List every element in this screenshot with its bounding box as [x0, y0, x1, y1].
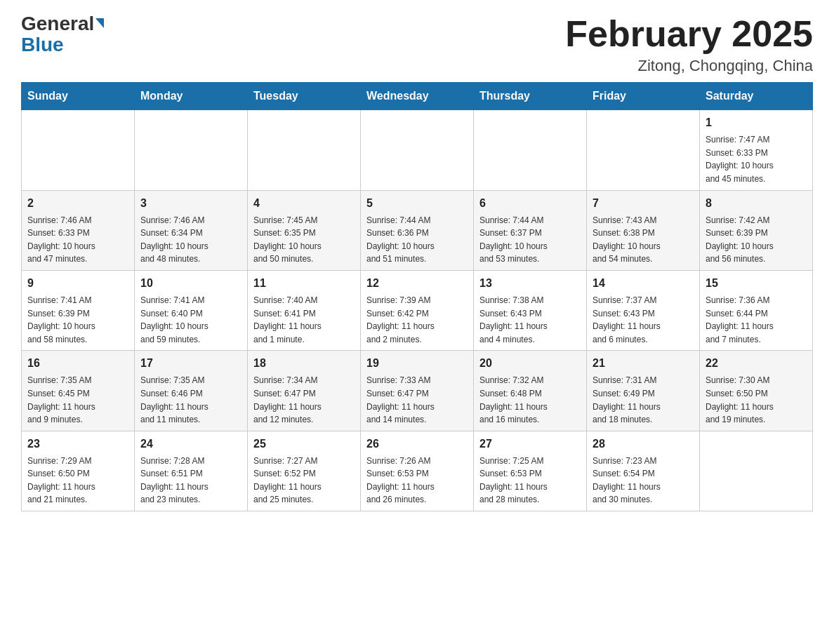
day-number: 17 [140, 355, 241, 372]
day-number: 16 [27, 355, 128, 372]
day-info: Sunrise: 7:38 AMSunset: 6:43 PMDaylight:… [479, 294, 581, 346]
day-info: Sunrise: 7:45 AMSunset: 6:35 PMDaylight:… [253, 214, 355, 266]
day-number: 10 [140, 275, 241, 292]
day-info: Sunrise: 7:42 AMSunset: 6:39 PMDaylight:… [706, 214, 807, 266]
table-row: 28Sunrise: 7:23 AMSunset: 6:54 PMDayligh… [587, 431, 700, 511]
table-row: 1Sunrise: 7:47 AMSunset: 6:33 PMDaylight… [700, 110, 813, 190]
day-number: 22 [706, 355, 807, 372]
calendar-title: February 2025 [565, 14, 813, 54]
day-info: Sunrise: 7:35 AMSunset: 6:45 PMDaylight:… [27, 374, 128, 426]
logo-arrow-icon [95, 18, 104, 28]
table-row [135, 110, 248, 190]
table-row: 17Sunrise: 7:35 AMSunset: 6:46 PMDayligh… [135, 351, 248, 431]
day-number: 8 [706, 195, 807, 212]
day-number: 14 [593, 275, 694, 292]
day-info: Sunrise: 7:36 AMSunset: 6:44 PMDaylight:… [706, 294, 807, 346]
table-row: 24Sunrise: 7:28 AMSunset: 6:51 PMDayligh… [135, 431, 248, 511]
day-info: Sunrise: 7:46 AMSunset: 6:33 PMDaylight:… [27, 214, 128, 266]
header-wednesday: Wednesday [361, 83, 474, 110]
page-header: General Blue February 2025 Zitong, Chong… [21, 14, 813, 75]
day-number: 7 [593, 195, 694, 212]
table-row: 11Sunrise: 7:40 AMSunset: 6:41 PMDayligh… [248, 270, 361, 350]
table-row [22, 110, 135, 190]
day-info: Sunrise: 7:40 AMSunset: 6:41 PMDaylight:… [253, 294, 355, 346]
table-row: 5Sunrise: 7:44 AMSunset: 6:36 PMDaylight… [361, 190, 474, 270]
header-tuesday: Tuesday [248, 83, 361, 110]
header-thursday: Thursday [474, 83, 587, 110]
table-row [474, 110, 587, 190]
day-info: Sunrise: 7:44 AMSunset: 6:36 PMDaylight:… [366, 214, 468, 266]
day-number: 6 [479, 195, 581, 212]
day-info: Sunrise: 7:27 AMSunset: 6:52 PMDaylight:… [253, 455, 355, 507]
day-number: 27 [479, 436, 581, 452]
calendar-subtitle: Zitong, Chongqing, China [565, 57, 813, 75]
day-number: 25 [253, 436, 355, 452]
table-row: 22Sunrise: 7:30 AMSunset: 6:50 PMDayligh… [700, 351, 813, 431]
table-row: 18Sunrise: 7:34 AMSunset: 6:47 PMDayligh… [248, 351, 361, 431]
calendar-week-row: 23Sunrise: 7:29 AMSunset: 6:50 PMDayligh… [22, 431, 813, 511]
table-row: 10Sunrise: 7:41 AMSunset: 6:40 PMDayligh… [135, 270, 248, 350]
header-friday: Friday [587, 83, 700, 110]
table-row: 14Sunrise: 7:37 AMSunset: 6:43 PMDayligh… [587, 270, 700, 350]
day-info: Sunrise: 7:30 AMSunset: 6:50 PMDaylight:… [706, 374, 807, 426]
calendar-week-row: 2Sunrise: 7:46 AMSunset: 6:33 PMDaylight… [22, 190, 813, 270]
day-number: 21 [593, 355, 694, 372]
calendar-header-row: Sunday Monday Tuesday Wednesday Thursday… [22, 83, 813, 110]
day-info: Sunrise: 7:25 AMSunset: 6:53 PMDaylight:… [479, 455, 581, 507]
logo: General Blue [21, 14, 104, 55]
table-row: 12Sunrise: 7:39 AMSunset: 6:42 PMDayligh… [361, 270, 474, 350]
day-info: Sunrise: 7:44 AMSunset: 6:37 PMDaylight:… [479, 214, 581, 266]
day-number: 12 [366, 275, 468, 292]
header-sunday: Sunday [22, 83, 135, 110]
table-row: 27Sunrise: 7:25 AMSunset: 6:53 PMDayligh… [474, 431, 587, 511]
table-row: 15Sunrise: 7:36 AMSunset: 6:44 PMDayligh… [700, 270, 813, 350]
table-row: 13Sunrise: 7:38 AMSunset: 6:43 PMDayligh… [474, 270, 587, 350]
table-row: 9Sunrise: 7:41 AMSunset: 6:39 PMDaylight… [22, 270, 135, 350]
day-number: 23 [27, 436, 128, 452]
day-number: 1 [706, 114, 807, 131]
day-info: Sunrise: 7:26 AMSunset: 6:53 PMDaylight:… [366, 455, 468, 507]
day-number: 5 [366, 195, 468, 212]
day-number: 26 [366, 436, 468, 452]
logo-blue: Blue [21, 35, 64, 55]
day-number: 20 [479, 355, 581, 372]
table-row: 16Sunrise: 7:35 AMSunset: 6:45 PMDayligh… [22, 351, 135, 431]
day-number: 4 [253, 195, 355, 212]
table-row: 26Sunrise: 7:26 AMSunset: 6:53 PMDayligh… [361, 431, 474, 511]
calendar-week-row: 9Sunrise: 7:41 AMSunset: 6:39 PMDaylight… [22, 270, 813, 350]
calendar-week-row: 1Sunrise: 7:47 AMSunset: 6:33 PMDaylight… [22, 110, 813, 190]
day-info: Sunrise: 7:47 AMSunset: 6:33 PMDaylight:… [706, 133, 807, 185]
table-row [248, 110, 361, 190]
day-number: 28 [593, 436, 694, 452]
day-info: Sunrise: 7:37 AMSunset: 6:43 PMDaylight:… [593, 294, 694, 346]
table-row [700, 431, 813, 511]
day-info: Sunrise: 7:29 AMSunset: 6:50 PMDaylight:… [27, 455, 128, 507]
table-row: 19Sunrise: 7:33 AMSunset: 6:47 PMDayligh… [361, 351, 474, 431]
day-number: 24 [140, 436, 241, 452]
table-row: 23Sunrise: 7:29 AMSunset: 6:50 PMDayligh… [22, 431, 135, 511]
day-info: Sunrise: 7:43 AMSunset: 6:38 PMDaylight:… [593, 214, 694, 266]
day-info: Sunrise: 7:23 AMSunset: 6:54 PMDaylight:… [593, 455, 694, 507]
day-number: 11 [253, 275, 355, 292]
day-number: 3 [140, 195, 241, 212]
day-info: Sunrise: 7:41 AMSunset: 6:39 PMDaylight:… [27, 294, 128, 346]
title-section: February 2025 Zitong, Chongqing, China [565, 14, 813, 75]
day-info: Sunrise: 7:32 AMSunset: 6:48 PMDaylight:… [479, 374, 581, 426]
day-info: Sunrise: 7:34 AMSunset: 6:47 PMDaylight:… [253, 374, 355, 426]
day-info: Sunrise: 7:46 AMSunset: 6:34 PMDaylight:… [140, 214, 241, 266]
calendar-week-row: 16Sunrise: 7:35 AMSunset: 6:45 PMDayligh… [22, 351, 813, 431]
table-row: 3Sunrise: 7:46 AMSunset: 6:34 PMDaylight… [135, 190, 248, 270]
day-info: Sunrise: 7:28 AMSunset: 6:51 PMDaylight:… [140, 455, 241, 507]
day-number: 13 [479, 275, 581, 292]
day-number: 19 [366, 355, 468, 372]
table-row [587, 110, 700, 190]
table-row: 8Sunrise: 7:42 AMSunset: 6:39 PMDaylight… [700, 190, 813, 270]
table-row: 2Sunrise: 7:46 AMSunset: 6:33 PMDaylight… [22, 190, 135, 270]
day-number: 9 [27, 275, 128, 292]
table-row: 25Sunrise: 7:27 AMSunset: 6:52 PMDayligh… [248, 431, 361, 511]
header-saturday: Saturday [700, 83, 813, 110]
day-info: Sunrise: 7:31 AMSunset: 6:49 PMDaylight:… [593, 374, 694, 426]
header-monday: Monday [135, 83, 248, 110]
day-info: Sunrise: 7:33 AMSunset: 6:47 PMDaylight:… [366, 374, 468, 426]
day-info: Sunrise: 7:35 AMSunset: 6:46 PMDaylight:… [140, 374, 241, 426]
